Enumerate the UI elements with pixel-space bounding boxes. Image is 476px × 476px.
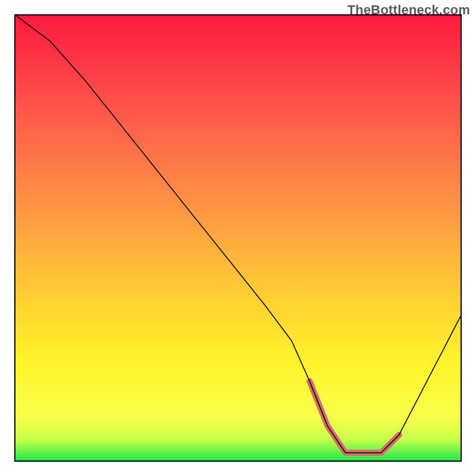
- chart-stage: TheBottleneck.com: [0, 0, 476, 476]
- plot-area: [14, 14, 462, 462]
- optimal-range-marker: [309, 381, 399, 453]
- watermark-text: TheBottleneck.com: [347, 2, 470, 18]
- curve-layer: [14, 14, 462, 462]
- bottleneck-curve: [14, 14, 462, 453]
